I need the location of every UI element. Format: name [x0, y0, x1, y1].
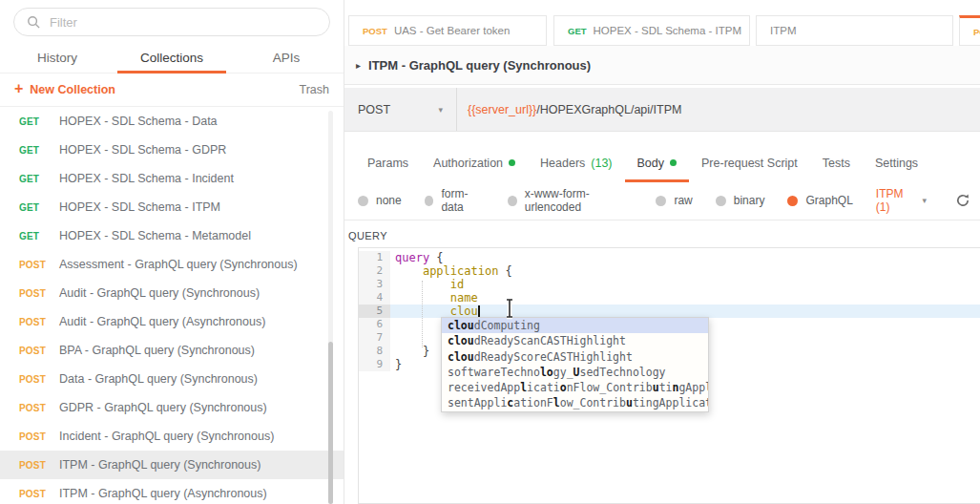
graphql-schema-select[interactable]: ITPM (1)▾	[876, 187, 927, 214]
sidebar-tab-apis[interactable]: APIs	[229, 42, 344, 73]
open-tab-2[interactable]: ITPM	[756, 15, 953, 46]
filter-input[interactable]	[50, 15, 320, 30]
tab-headers[interactable]: Headers(13)	[528, 143, 624, 182]
sidebar: HistoryCollectionsAPIs + New Collection …	[0, 0, 344, 504]
suggestion-text: sedTechnology	[580, 366, 666, 379]
sidebar-tab-history[interactable]: History	[0, 42, 115, 73]
request-list-item[interactable]: GETHOPEX - SDL Schema - Incident	[0, 164, 344, 193]
chevron-down-icon: ▾	[922, 196, 927, 205]
body-type-x-www-form-urlencoded[interactable]: x-www-form-urlencoded	[508, 187, 634, 214]
body-type-label: form-data	[441, 187, 484, 214]
new-collection-button[interactable]: + New Collection	[14, 83, 115, 96]
tab-params[interactable]: Params	[355, 143, 421, 182]
request-list-item[interactable]: GETHOPEX - SDL Schema - Data	[0, 107, 344, 136]
sidebar-actions: + New Collection Trash	[0, 74, 344, 107]
tab-label: Body	[637, 157, 665, 170]
code-content: query {	[390, 251, 980, 264]
tab-settings[interactable]: Settings	[863, 143, 930, 182]
request-list-item[interactable]: GETHOPEX - SDL Schema - GDPR	[0, 136, 344, 164]
request-label: BPA - GraphQL query (Synchronous)	[59, 344, 255, 357]
request-list-item[interactable]: GETHOPEX - SDL Schema - ITPM	[0, 193, 344, 221]
autocomplete-item[interactable]: receivedApplicationFlow_ContributingAppl…	[442, 380, 708, 395]
code-token: query	[395, 251, 429, 264]
method-select[interactable]: POST ▾	[344, 88, 457, 131]
request-list-item[interactable]: POSTITPM - GraphQL query (Asynchronous)	[0, 479, 344, 504]
body-type-raw[interactable]: raw	[656, 194, 692, 207]
request-list-item[interactable]: POSTAudit - GraphQL query (Asynchronous)	[0, 307, 344, 336]
method-badge: GET	[19, 145, 59, 156]
code-token	[395, 264, 423, 278]
body-type-label: raw	[674, 194, 692, 207]
suggestion-text: clou	[448, 319, 474, 332]
tab-label: Params	[367, 157, 408, 170]
method-badge: POST	[19, 288, 59, 299]
request-list-item[interactable]: GETHOPEX - SDL Schema - Metamodel	[0, 221, 344, 250]
suggestion-text: nFlow_Contrib	[567, 381, 653, 394]
autocomplete-dropdown: cloudComputingcloudReadyScanCASTHighligh…	[441, 317, 709, 412]
request-section-tabs: ParamsAuthorizationHeaders(13)BodyPre-re…	[344, 143, 980, 182]
open-tab-3[interactable]: POST	[959, 15, 980, 46]
trash-button[interactable]: Trash	[300, 83, 330, 96]
open-tab-label: ITPM	[770, 25, 796, 36]
suggestion-text: clou	[448, 334, 474, 347]
query-section-label: QUERY	[348, 230, 387, 242]
line-number: 5	[359, 304, 390, 318]
radio-icon	[787, 196, 798, 206]
method-badge: POST	[19, 403, 59, 413]
refresh-schema-button[interactable]	[955, 193, 970, 208]
suggestion-text: u	[626, 396, 633, 410]
url-input[interactable]: {{server_url}}/HOPEXGraphQL/api/ITPM	[457, 103, 681, 116]
request-list-item[interactable]: POSTAssessment - GraphQL query (Synchron…	[0, 250, 344, 279]
request-list-item[interactable]: POSTGDPR - GraphQL query (Synchronous)	[0, 393, 344, 422]
chevron-down-icon: ▾	[438, 105, 443, 115]
tab-body[interactable]: Body	[625, 143, 690, 182]
line-number: 3	[359, 278, 390, 291]
open-request-tabs: POSTUAS - Get Bearer tokenGETHOPEX - SDL…	[344, 15, 980, 46]
autocomplete-item[interactable]: cloudComputing	[442, 318, 708, 333]
body-type-GraphQL[interactable]: GraphQL	[787, 194, 852, 207]
chevron-right-icon[interactable]: ▸	[356, 60, 361, 71]
main-panel: POSTUAS - Get Bearer tokenGETHOPEX - SDL…	[344, 0, 980, 504]
tab-pre-request-script[interactable]: Pre-request Script	[689, 143, 810, 182]
line-number: 4	[359, 291, 390, 304]
text-cursor-icon	[503, 297, 516, 320]
open-tab-0[interactable]: POSTUAS - Get Bearer token	[348, 15, 547, 46]
filter-box[interactable]	[13, 8, 330, 36]
request-label: HOPEX - SDL Schema - Metamodel	[59, 229, 251, 242]
body-type-none[interactable]: none	[358, 194, 402, 207]
request-list-item[interactable]: POSTIncident - GraphQL query (Synchronou…	[0, 422, 344, 451]
request-label: ITPM - GraphQL query (Synchronous)	[59, 458, 261, 472]
body-type-form-data[interactable]: form-data	[425, 187, 485, 214]
code-line: 5 clou	[359, 304, 980, 318]
suggestion-text: dComputing	[474, 319, 540, 332]
body-type-label: GraphQL	[805, 194, 852, 207]
code-line: 2 application {	[359, 264, 980, 278]
code-line: 4 name	[359, 291, 980, 304]
autocomplete-item[interactable]: cloudReadyScoreCASTHighlight	[442, 349, 708, 365]
request-list-item[interactable]: POSTBPA - GraphQL query (Synchronous)	[0, 336, 344, 365]
request-list-item[interactable]: POSTITPM - GraphQL query (Synchronous)	[0, 451, 344, 479]
schema-select-label: ITPM (1)	[876, 187, 915, 214]
sidebar-scrollbar-thumb[interactable]	[328, 342, 333, 504]
suggestion-text: o	[560, 381, 567, 394]
request-list-item[interactable]: POSTData - GraphQL query (Synchronous)	[0, 365, 344, 393]
autocomplete-item[interactable]: sentApplicationFlow_ContributingApplicat…	[442, 395, 708, 410]
sidebar-tab-collections[interactable]: Collections	[115, 42, 229, 73]
body-type-binary[interactable]: binary	[716, 194, 765, 207]
method-badge: GET	[19, 174, 59, 184]
autocomplete-item[interactable]: softwareTechnology_UsedTechnology	[442, 365, 708, 380]
line-number: 6	[359, 318, 390, 331]
code-content: name	[390, 291, 980, 304]
method-badge: POST	[19, 489, 59, 499]
tab-tests[interactable]: Tests	[810, 143, 863, 182]
open-tab-label: HOPEX - SDL Schema - ITPM	[594, 25, 742, 36]
code-token: }	[395, 358, 402, 371]
url-variable: {{server_url}}	[468, 103, 536, 116]
autocomplete-item[interactable]: cloudReadyScanCASTHighlight	[442, 333, 708, 348]
tab-authorization[interactable]: Authorization	[421, 143, 528, 182]
open-tab-1[interactable]: GETHOPEX - SDL Schema - ITPM	[553, 15, 750, 46]
suggestion-text: U	[573, 366, 580, 379]
request-list-item[interactable]: POSTAudit - GraphQL query (Synchronous)	[0, 279, 344, 307]
text-caret	[478, 305, 480, 317]
method-badge: POST	[19, 374, 59, 385]
